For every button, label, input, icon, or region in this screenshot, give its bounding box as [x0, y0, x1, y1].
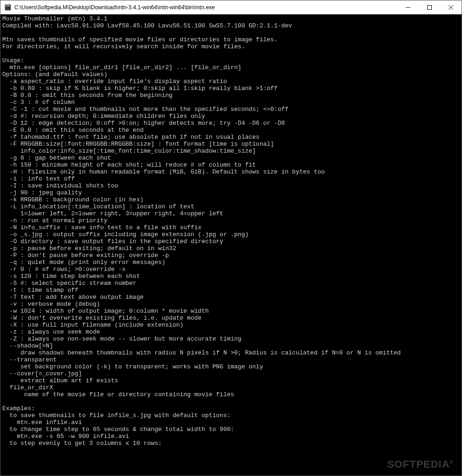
titlebar[interactable]: C:\Users\Softpedia.M\Desktop\Download\mt… — [0, 0, 462, 14]
app-icon — [4, 4, 12, 11]
console-window: C:\Users\Softpedia.M\Desktop\Download\mt… — [0, 0, 462, 476]
window-title: C:\Users\Softpedia.M\Desktop\Download\mt… — [14, 4, 397, 11]
minimize-button[interactable] — [397, 0, 419, 14]
terminal-output[interactable]: Movie Thumbnailer (mtn) 3.4.1 Compiled w… — [0, 14, 462, 476]
maximize-button[interactable] — [419, 0, 440, 14]
window-controls — [397, 0, 462, 14]
close-button[interactable] — [440, 0, 462, 14]
svg-rect-1 — [6, 5, 10, 6]
svg-rect-3 — [428, 5, 432, 9]
